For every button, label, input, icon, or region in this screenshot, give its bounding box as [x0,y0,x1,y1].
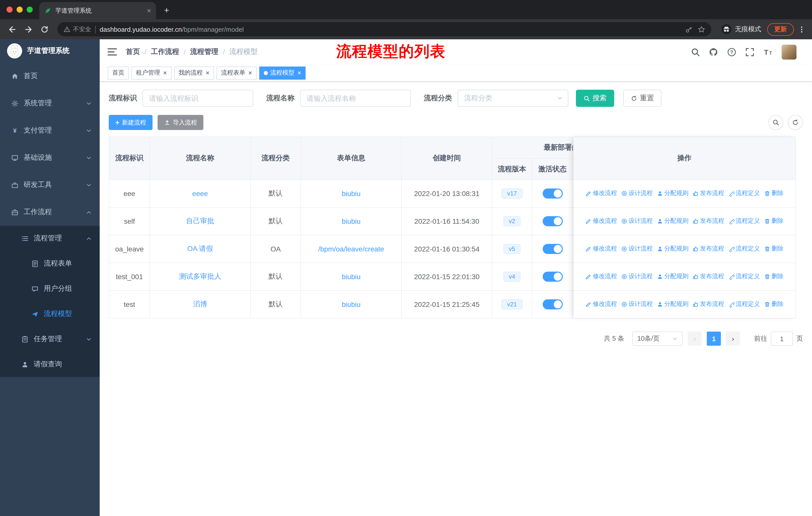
search-toggle-button[interactable] [768,115,783,130]
browser-update-button[interactable]: 更新 [767,23,794,35]
action-delete-link[interactable]: 删除 [764,300,784,309]
action-edit-link[interactable]: 修改流程 [585,245,617,253]
active-toggle[interactable] [543,299,562,309]
tab-close-icon[interactable]: × [147,7,151,14]
create-process-button[interactable]: + 新建流程 [109,115,152,130]
action-edit-link[interactable]: 修改流程 [585,272,617,281]
active-toggle[interactable] [543,244,562,254]
search-icon[interactable] [691,47,700,57]
action-edit-link[interactable]: 修改流程 [585,300,617,309]
tag-view-item[interactable]: 租户管理× [132,66,171,79]
tag-view-item[interactable]: 首页 [108,66,129,79]
action-assign-link[interactable]: 分配规则 [657,217,689,225]
action-definition-link[interactable]: 流程定义 [728,217,760,225]
bookmark-star-icon[interactable] [698,25,705,33]
sidebar-item-infra[interactable]: 基础设施 [0,144,100,171]
sidebar-item-form[interactable]: 流程表单 [0,251,100,276]
action-delete-link[interactable]: 删除 [764,245,784,253]
process-name-link[interactable]: 自己审批 [186,217,214,225]
process-name-link[interactable]: 滔博 [193,300,207,308]
action-definition-link[interactable]: 流程定义 [728,189,760,198]
tag-view-item[interactable]: 我的流程× [174,66,214,79]
form-info-link[interactable]: biubiu [342,273,361,281]
tag-view-item[interactable]: 流程表单× [216,66,257,79]
process-name-link[interactable]: OA 请假 [187,244,213,252]
tag-view-active[interactable]: 流程模型× [259,66,306,79]
sidebar-item-tools[interactable]: 研发工具 [0,171,100,198]
action-assign-link[interactable]: 分配规则 [657,245,689,253]
form-info-link[interactable]: biubiu [342,189,361,197]
action-definition-link[interactable]: 流程定义 [728,272,760,281]
help-icon[interactable]: ? [727,47,736,57]
security-chip[interactable]: 不安全 [63,25,91,33]
action-assign-link[interactable]: 分配规则 [657,300,689,309]
breadcrumb-item[interactable]: 首页 [126,47,140,56]
action-delete-link[interactable]: 删除 [764,272,784,281]
browser-menu-button[interactable] [796,22,807,36]
fullscreen-icon[interactable] [745,47,755,57]
form-info-link[interactable]: biubiu [342,300,361,308]
action-design-link[interactable]: 设计流程 [621,245,653,253]
back-button[interactable] [5,22,19,36]
sidebar-item-model[interactable]: 流程模型 [0,301,100,327]
process-id-input[interactable] [142,90,253,107]
search-button[interactable]: 搜索 [576,90,614,107]
action-design-link[interactable]: 设计流程 [621,217,653,225]
tag-close-icon[interactable]: × [248,70,252,76]
sidebar-item-process[interactable]: 流程管理 [0,226,100,251]
sidebar-item-gear[interactable]: 系统管理 [0,90,100,117]
action-edit-link[interactable]: 修改流程 [585,217,617,225]
sidebar-collapse-button[interactable] [107,46,118,57]
action-assign-link[interactable]: 分配规则 [657,272,689,281]
sidebar-item-yen[interactable]: ¥支付管理 [0,117,100,144]
process-name-link[interactable]: 测试多审批人 [179,272,221,280]
sidebar-item-task[interactable]: 任务管理 [0,327,100,352]
form-info-link[interactable]: biubiu [342,217,361,225]
password-key-icon[interactable] [685,25,693,33]
github-icon[interactable] [709,47,718,57]
form-info-link[interactable]: /bpm/oa/leave/create [318,245,384,253]
next-page-button[interactable]: › [726,332,740,346]
action-definition-link[interactable]: 流程定义 [728,245,760,253]
browser-tab[interactable]: 芋道管理系统 × [39,2,156,19]
prev-page-button[interactable]: ‹ [688,332,702,346]
font-size-icon[interactable]: TT [763,47,773,57]
sidebar-item-workflow[interactable]: 工作流程 [0,198,100,226]
action-publish-link[interactable]: 发布流程 [692,189,724,198]
sidebar-item-home[interactable]: 首页 [0,62,100,90]
action-assign-link[interactable]: 分配规则 [657,189,689,198]
action-publish-link[interactable]: 发布流程 [692,245,724,253]
action-delete-link[interactable]: 删除 [764,217,784,225]
action-publish-link[interactable]: 发布流程 [692,272,724,281]
process-name-input[interactable] [300,90,411,107]
tag-close-icon[interactable]: × [163,70,167,76]
action-edit-link[interactable]: 修改流程 [585,189,617,198]
reset-button[interactable]: 重置 [623,90,662,107]
page-number-1[interactable]: 1 [707,332,721,346]
window-zoom-button[interactable] [27,6,33,12]
sidebar-item-group[interactable]: 用户分组 [0,276,100,301]
breadcrumb-item[interactable]: 流程管理 [190,47,219,56]
new-tab-button[interactable]: + [160,4,173,17]
active-toggle[interactable] [543,216,562,226]
goto-page-input[interactable] [771,332,793,346]
refresh-table-button[interactable] [788,115,803,130]
action-design-link[interactable]: 设计流程 [621,189,653,198]
window-minimize-button[interactable] [17,6,23,12]
window-close-button[interactable] [6,6,12,12]
action-definition-link[interactable]: 流程定义 [728,300,760,309]
category-select[interactable]: 流程分类 [458,90,568,107]
active-toggle[interactable] [543,188,562,198]
action-delete-link[interactable]: 删除 [764,189,784,198]
page-size-select[interactable]: 10条/页 [632,332,683,346]
action-publish-link[interactable]: 发布流程 [692,217,724,225]
process-name-link[interactable]: eeee [192,189,208,197]
active-toggle[interactable] [543,272,562,282]
action-design-link[interactable]: 设计流程 [621,272,653,281]
address-bar[interactable]: 不安全 dashboard.yudao.iocoder.cn/bpm/manag… [57,22,711,36]
sidebar-logo[interactable]: 芋道管理系统 [0,39,100,62]
forward-button[interactable] [21,22,35,36]
sidebar-item-user[interactable]: 请假查询 [0,352,100,377]
breadcrumb-item[interactable]: 工作流程 [151,47,179,56]
action-publish-link[interactable]: 发布流程 [692,300,724,309]
